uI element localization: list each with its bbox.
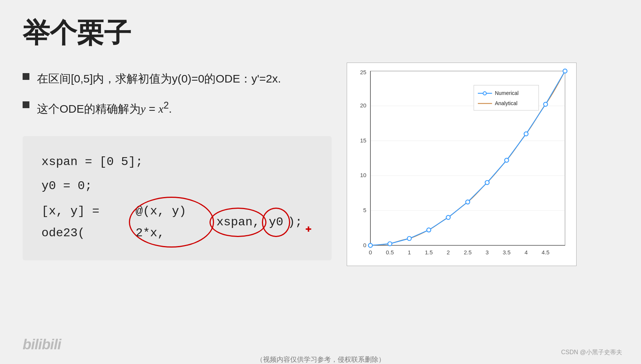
code-line-2: y0 = 0; (41, 175, 313, 197)
bullet-text-1: 在区间[0,5]内，求解初值为y(0)=0的ODE：y'=2x. (37, 70, 281, 87)
svg-text:Analytical: Analytical (495, 100, 517, 106)
content-area: 在区间[0,5]内，求解初值为y(0)=0的ODE：y'=2x. 这个ODE的精… (23, 70, 618, 266)
left-panel: 在区间[0,5]内，求解初值为y(0)=0的ODE：y'=2x. 这个ODE的精… (23, 70, 332, 266)
svg-text:1.5: 1.5 (425, 249, 433, 255)
svg-text:0: 0 (363, 242, 366, 248)
svg-text:3: 3 (486, 249, 489, 255)
svg-point-31 (505, 158, 509, 162)
svg-text:0.5: 0.5 (386, 249, 394, 255)
slide-title: 举个栗子 (23, 15, 618, 51)
svg-text:1: 1 (408, 249, 411, 255)
svg-point-24 (369, 243, 373, 248)
svg-text:20: 20 (360, 102, 366, 109)
code-block: xspan = [0 5]; y0 = 0; [x, y] = ode23( @… (23, 136, 332, 260)
bottom-caption: （视频内容仅供学习参考，侵权联系删除） (256, 355, 385, 364)
bullet-item-1: 在区间[0,5]内，求解初值为y(0)=0的ODE：y'=2x. (23, 70, 332, 87)
svg-point-34 (563, 69, 567, 73)
red-cross-cursor (305, 218, 313, 227)
svg-point-25 (388, 242, 392, 246)
slide: 举个栗子 在区间[0,5]内，求解初值为y(0)=0的ODE：y'=2x. 这个… (0, 0, 641, 364)
svg-text:Numerical: Numerical (495, 90, 519, 96)
bullet-icon-1 (23, 73, 29, 80)
svg-point-33 (543, 102, 548, 106)
svg-text:25: 25 (360, 69, 366, 75)
svg-text:15: 15 (360, 137, 366, 144)
svg-text:5: 5 (363, 207, 366, 213)
bullet-text-2: 这个ODE的精确解为y = x2. (37, 98, 172, 117)
svg-text:3.5: 3.5 (503, 249, 511, 255)
svg-rect-35 (474, 85, 539, 110)
bullet-list: 在区间[0,5]内，求解初值为y(0)=0的ODE：y'=2x. 这个ODE的精… (23, 70, 332, 117)
svg-point-37 (483, 92, 486, 95)
bilibili-logo: bilibili (23, 336, 61, 353)
right-panel: 0 5 10 15 20 25 (347, 70, 580, 266)
svg-point-30 (485, 180, 489, 185)
svg-point-27 (427, 228, 431, 232)
svg-text:0: 0 (369, 249, 372, 255)
bullet-icon-2 (23, 101, 29, 108)
svg-point-32 (524, 132, 528, 136)
svg-text:2.5: 2.5 (464, 249, 472, 255)
code-xspan-circled: xspan, (212, 210, 264, 235)
chart-svg: 0 5 10 15 20 25 (347, 63, 576, 266)
svg-text:2: 2 (447, 249, 450, 255)
code-y0-circled: y0 (264, 210, 288, 235)
code-line-3: [x, y] = ode23( @(x, y) 2*x, xspan, y0 )… (41, 199, 313, 245)
bullet-item-2: 这个ODE的精确解为y = x2. (23, 98, 332, 117)
svg-point-26 (407, 237, 412, 241)
csdn-watermark: CSDN @小黑子史蒂夫 (561, 349, 622, 356)
code-line-1: xspan = [0 5]; (41, 151, 313, 173)
code-prefix: [x, y] = ode23( (41, 200, 131, 244)
svg-point-28 (446, 216, 450, 220)
chart-container: 0 5 10 15 20 25 (347, 63, 577, 266)
code-func-circled: @(x, y) 2*x, (131, 199, 212, 245)
svg-text:10: 10 (360, 172, 366, 178)
svg-point-29 (466, 200, 470, 204)
svg-text:4: 4 (525, 249, 528, 255)
svg-text:4.5: 4.5 (542, 249, 549, 255)
